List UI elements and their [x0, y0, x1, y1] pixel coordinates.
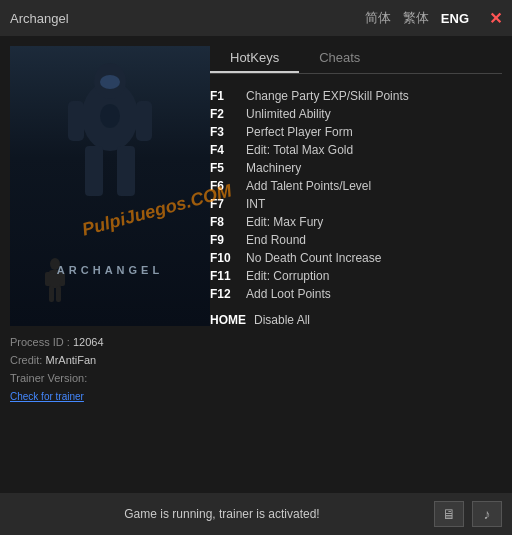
cheat-key-f3: F3 — [210, 125, 246, 139]
cheat-item-f6: F6 Add Talent Points/Level — [210, 179, 502, 193]
cheat-item-f7: F7 INT — [210, 197, 502, 211]
status-icons: 🖥 ♪ — [434, 501, 502, 527]
cheat-desc-f4: Edit: Total Max Gold — [246, 143, 353, 157]
cheat-key-f7: F7 — [210, 197, 246, 211]
cheat-item-f12: F12 Add Loot Points — [210, 287, 502, 301]
cheat-key-f10: F10 — [210, 251, 246, 265]
cheat-key-f5: F5 — [210, 161, 246, 175]
cheat-desc-f5: Machinery — [246, 161, 301, 175]
close-button[interactable]: ✕ — [489, 9, 502, 28]
cheat-item-f4: F4 Edit: Total Max Gold — [210, 143, 502, 157]
cheat-key-f12: F12 — [210, 287, 246, 301]
monitor-icon-button[interactable]: 🖥 — [434, 501, 464, 527]
svg-point-7 — [100, 104, 120, 128]
right-panel: HotKeys Cheats F1 Change Party EXP/Skill… — [200, 36, 512, 466]
monitor-icon: 🖥 — [442, 506, 456, 522]
cheat-item-f11: F11 Edit: Corruption — [210, 269, 502, 283]
app-title: Archangel — [10, 11, 365, 26]
music-icon: ♪ — [484, 506, 491, 522]
trainer-version-label: Trainer Version: — [10, 372, 87, 384]
home-desc: Disable All — [254, 313, 310, 327]
cheat-key-f11: F11 — [210, 269, 246, 283]
tabs-container: HotKeys Cheats — [210, 36, 502, 74]
cheat-desc-f11: Edit: Corruption — [246, 269, 329, 283]
cheat-item-f9: F9 End Round — [210, 233, 502, 247]
svg-rect-5 — [85, 146, 103, 196]
cheat-key-f9: F9 — [210, 233, 246, 247]
svg-rect-6 — [117, 146, 135, 196]
credit-row: Credit: MrAntiFan — [10, 354, 190, 366]
cheat-desc-f10: No Death Count Increase — [246, 251, 381, 265]
cheat-desc-f2: Unlimited Ability — [246, 107, 331, 121]
cheat-key-f1: F1 — [210, 89, 246, 103]
cheat-item-f5: F5 Machinery — [210, 161, 502, 175]
cheat-item-f8: F8 Edit: Max Fury — [210, 215, 502, 229]
cheat-desc-f8: Edit: Max Fury — [246, 215, 323, 229]
cheat-desc-f6: Add Talent Points/Level — [246, 179, 371, 193]
cheat-key-f8: F8 — [210, 215, 246, 229]
left-column: ARCHANGEL Process ID : 12064 Credit: MrA… — [0, 36, 200, 466]
svg-rect-4 — [136, 101, 152, 141]
process-value: 12064 — [73, 336, 104, 348]
lang-traditional[interactable]: 繁体 — [403, 9, 429, 27]
game-title: ARCHANGEL — [10, 264, 210, 276]
svg-rect-12 — [49, 286, 54, 302]
credit-label: Credit: — [10, 354, 42, 366]
credit-value: MrAntiFan — [45, 354, 96, 366]
cheat-desc-f9: End Round — [246, 233, 306, 247]
cheat-item-f10: F10 No Death Count Increase — [210, 251, 502, 265]
svg-point-2 — [100, 75, 120, 89]
cheat-key-f2: F2 — [210, 107, 246, 121]
process-label: Process ID : — [10, 336, 70, 348]
cheat-desc-f1: Change Party EXP/Skill Points — [246, 89, 409, 103]
lang-simplified[interactable]: 简体 — [365, 9, 391, 27]
mech-silhouette — [50, 56, 170, 216]
home-section: HOME Disable All — [210, 313, 502, 327]
svg-rect-3 — [68, 101, 84, 141]
tab-cheats[interactable]: Cheats — [299, 44, 380, 73]
trainer-version-row: Trainer Version: — [10, 372, 190, 384]
title-bar: Archangel 简体 繁体 ENG ✕ — [0, 0, 512, 36]
music-icon-button[interactable]: ♪ — [472, 501, 502, 527]
cheat-desc-f12: Add Loot Points — [246, 287, 331, 301]
trainer-link-row[interactable]: Check for trainer — [10, 390, 190, 402]
cheat-item-f1: F1 Change Party EXP/Skill Points — [210, 89, 502, 103]
tab-hotkeys[interactable]: HotKeys — [210, 44, 299, 73]
trainer-link[interactable]: Check for trainer — [10, 391, 84, 402]
cheat-key-f6: F6 — [210, 179, 246, 193]
game-image-panel: ARCHANGEL — [10, 46, 210, 326]
main-area: ARCHANGEL Process ID : 12064 Credit: MrA… — [0, 36, 512, 466]
status-bar: Game is running, trainer is activated! 🖥… — [0, 493, 512, 535]
cheat-desc-f3: Perfect Player Form — [246, 125, 353, 139]
game-background: ARCHANGEL — [10, 46, 210, 326]
cheat-item-f3: F3 Perfect Player Form — [210, 125, 502, 139]
cheat-list: F1 Change Party EXP/Skill Points F2 Unli… — [210, 84, 502, 466]
process-id-row: Process ID : 12064 — [10, 336, 190, 348]
cheat-key-f4: F4 — [210, 143, 246, 157]
lang-english[interactable]: ENG — [441, 11, 469, 26]
lang-group: 简体 繁体 ENG ✕ — [365, 9, 502, 28]
cheat-desc-f7: INT — [246, 197, 265, 211]
home-key: HOME — [210, 313, 246, 327]
info-area: Process ID : 12064 Credit: MrAntiFan Tra… — [0, 326, 200, 408]
cheat-item-f2: F2 Unlimited Ability — [210, 107, 502, 121]
svg-rect-13 — [56, 286, 61, 302]
status-text: Game is running, trainer is activated! — [10, 507, 434, 521]
